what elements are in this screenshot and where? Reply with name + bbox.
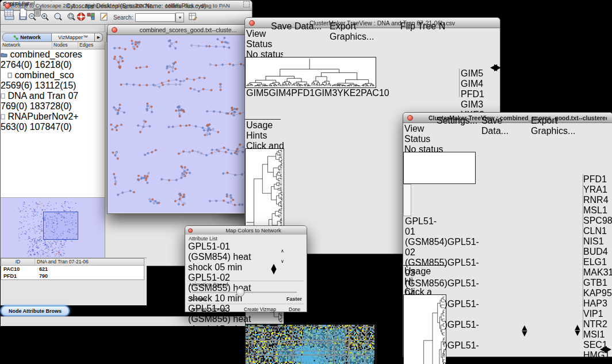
gene-label[interactable]: GTB1 — [583, 278, 612, 288]
zoom-window-icon[interactable] — [244, 27, 250, 33]
network-row-dna-tran[interactable]: DNA and Tran 07 769(0) 183728(0) — [1, 91, 105, 112]
close-icon[interactable] — [188, 228, 193, 233]
gene-label[interactable]: VIP1 — [583, 309, 612, 319]
help-lifering-icon[interactable] — [76, 12, 86, 24]
data-row[interactable]: PFD1 790 — [1, 273, 144, 279]
column-label[interactable]: GPL51-01 (GSM854) — [405, 216, 447, 247]
zoom-fit-icon[interactable] — [66, 12, 76, 24]
gene-label[interactable]: GIM4 — [461, 79, 499, 89]
tv2-column-labels[interactable]: GPL51-01 (GSM854)GPL51-02 (GSM855)GPL51-… — [403, 216, 446, 266]
gene-label[interactable]: PFD1 — [461, 89, 499, 99]
data-col-attr[interactable]: DNA and Tran 07-21-06 — [35, 259, 144, 265]
annotation-icon[interactable] — [100, 12, 109, 24]
minimize-icon[interactable] — [257, 20, 263, 26]
tv1-usage-hscrollbar[interactable] — [456, 60, 489, 66]
minimize-icon[interactable] — [194, 228, 199, 233]
data-col-id[interactable]: ID — [1, 259, 35, 265]
gene-label[interactable]: CLN1 — [583, 226, 612, 236]
search-dropdown-icon[interactable]: ▼ — [175, 13, 184, 22]
gene-label[interactable]: SEC1 — [583, 340, 612, 350]
gene-label[interactable]: MAK31 — [583, 267, 612, 278]
column-label[interactable]: PFD1 — [291, 88, 315, 98]
done-button[interactable]: Done — [289, 306, 304, 315]
gene-label[interactable]: MSL1 — [583, 205, 612, 216]
animate-vizmap-button[interactable]: Animate Vizmap — [191, 306, 239, 315]
gene-label[interactable]: ELG1 — [583, 257, 612, 267]
gene-label[interactable]: KAP95 — [583, 288, 612, 298]
network-row-rnapuber[interactable]: RNAPuberNov2+ 563(0) 107847(0) — [1, 112, 105, 132]
minimize-icon[interactable] — [236, 27, 242, 33]
save-data-button[interactable]: Save Data... — [481, 116, 525, 125]
scroll-down-icon[interactable]: ▼ — [520, 328, 527, 339]
column-label[interactable]: GIM3 — [315, 88, 337, 98]
minimize-icon[interactable] — [13, 3, 18, 9]
column-label[interactable]: GIM4 — [269, 88, 291, 98]
close-icon[interactable] — [249, 20, 255, 26]
gene-label[interactable]: HAP3 — [583, 298, 612, 309]
tv2-heatmap-vscrollbar[interactable]: ▲ ▼ — [520, 156, 527, 340]
gene-label[interactable]: GIM3 — [461, 99, 499, 110]
attribute-list[interactable]: GPL51-01 (GSM854) heat shock 05 minGPL51… — [188, 242, 269, 277]
network-row-combined-scores[interactable]: combined_scores 2764(0) 16218(0) — [1, 49, 105, 70]
gene-label[interactable]: RNR4 — [583, 195, 612, 205]
save-data-button[interactable]: Save Data... — [271, 21, 324, 31]
tv1-column-dendrogram[interactable] — [245, 57, 376, 88]
tv2-column-dendrogram[interactable] — [403, 152, 476, 184]
zoom-window-icon[interactable] — [21, 3, 26, 9]
gene-label[interactable]: SPC98 — [583, 216, 612, 226]
minimize-icon[interactable] — [415, 115, 421, 121]
zoom-window-icon[interactable] — [201, 228, 205, 233]
close-icon[interactable] — [112, 27, 117, 33]
node-attribute-browser-button[interactable]: Node Attribute Brows — [1, 305, 70, 316]
network-row-combined-sco[interactable]: combined_sco 2569(6) 13112(15) — [1, 70, 105, 91]
attribute-list-item[interactable]: GPL51-04 (GSM857) heat shock 20 min — [188, 335, 269, 364]
tv2-status-hscrollbar[interactable] — [404, 349, 434, 355]
column-label[interactable]: PAC10 — [361, 88, 389, 98]
search-options-icon[interactable] — [188, 12, 198, 24]
scroll-down-icon[interactable]: ▼ — [269, 266, 276, 277]
dialog-titlebar[interactable]: Map Colors to Network — [185, 226, 307, 235]
network-overview[interactable] — [1, 197, 105, 258]
zoom-window-icon[interactable] — [423, 115, 429, 121]
gene-label[interactable]: HMG1 — [583, 350, 612, 361]
zoom-selected-icon[interactable] — [53, 12, 63, 24]
column-label[interactable]: GIM5 — [246, 88, 269, 98]
animation-speed-slider[interactable] — [192, 292, 297, 294]
tv2-zoom-vscrollbar[interactable]: ▲ ▼ — [573, 174, 580, 339]
move-down-button[interactable]: ∨ — [281, 259, 303, 266]
tv2-usage-hscrollbar[interactable] — [584, 163, 609, 170]
network-graph-view[interactable] — [108, 35, 247, 213]
zoom-window-icon[interactable] — [128, 27, 133, 33]
create-vizmap-button[interactable]: Create Vizmap — [244, 306, 285, 315]
trash-icon[interactable] — [33, 7, 42, 20]
gene-label[interactable]: MSI1 — [583, 329, 612, 340]
close-icon[interactable] — [407, 115, 413, 121]
move-up-button[interactable]: ∧ — [281, 248, 303, 256]
gene-label[interactable]: BUD4 — [583, 247, 612, 257]
gene-label[interactable]: NIS1 — [583, 236, 612, 247]
data-row[interactable]: PAC10 621 — [1, 266, 144, 273]
close-icon[interactable] — [228, 27, 234, 33]
export-graphics-button[interactable]: Export Graphics... — [531, 116, 591, 125]
settings-button[interactable]: Settings... — [437, 116, 477, 125]
tv1-zoom-vscrollbar[interactable] — [451, 68, 457, 96]
tv1-column-labels[interactable]: GIM5GIM4PFD1GIM3YKE2PAC10 — [245, 88, 281, 120]
flip-tree-button[interactable]: Flip Tree N — [400, 21, 461, 31]
column-label[interactable]: YKE2 — [337, 88, 361, 98]
table-icon[interactable] — [4, 8, 14, 20]
minimize-icon[interactable] — [120, 27, 125, 33]
attribute-list-item[interactable]: GPL51-01 (GSM854) heat shock 05 min — [188, 242, 269, 273]
attribute-list-vscrollbar[interactable]: ▲ ▼ — [269, 242, 276, 277]
float-panel-icon[interactable] — [243, 1, 250, 7]
zoom-window-icon[interactable] — [265, 20, 271, 26]
gene-label[interactable]: YRA1 — [583, 185, 612, 195]
scroll-down-icon[interactable]: ▼ — [573, 328, 580, 338]
vizmap-icon[interactable] — [86, 12, 96, 24]
tv1-row-labels[interactable]: GIM5GIM4PFD1GIM3YKE2PAC10 — [459, 68, 499, 97]
gene-label[interactable]: GIM5 — [461, 68, 499, 79]
gene-label[interactable]: PHO81 — [583, 361, 612, 364]
new-page-icon[interactable] — [19, 7, 28, 20]
export-graphics-button[interactable]: Export Graphics... — [330, 21, 394, 31]
search-input[interactable] — [135, 13, 175, 22]
tv2-row-labels[interactable]: PFD1YRA1RNR4MSL1SPC98CLN1NIS1BUD4ELG1MAK… — [583, 174, 612, 339]
